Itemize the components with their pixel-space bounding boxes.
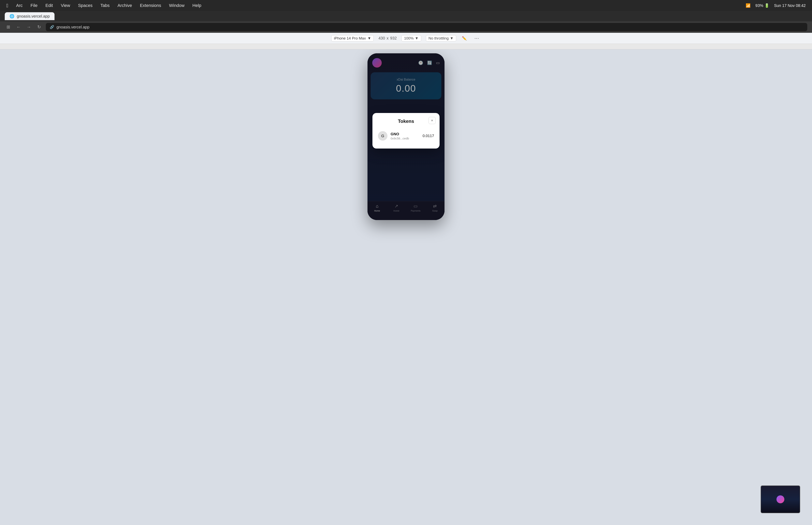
address-text: gnoasis.vercel.app [57, 25, 90, 29]
apple-menu[interactable]:  [6, 3, 8, 9]
reload-button[interactable]: ↻ [35, 24, 43, 31]
back-button[interactable]: ← [15, 24, 22, 31]
new-tab-button[interactable]: ⊞ [5, 24, 12, 31]
menu-spaces[interactable]: Spaces [78, 3, 92, 8]
wifi-icon: 📶 [746, 3, 751, 8]
device-name: iPhone 14 Pro Max [334, 36, 366, 41]
preview-thumbnail [761, 485, 800, 513]
throttle-value: No throttling [429, 36, 449, 41]
zoom-selector[interactable]: 100% ▼ [401, 35, 421, 42]
tabs-row: 🌐 gnoasis.vercel.app [0, 11, 812, 21]
ruler-row [0, 44, 812, 49]
menu-file[interactable]: File [31, 3, 37, 8]
address-bar[interactable]: 🔗 gnoasis.vercel.app [46, 23, 807, 31]
token-name: GNO [390, 132, 419, 136]
menu-tabs[interactable]: Tabs [101, 3, 110, 8]
menu-help[interactable]: Help [192, 3, 201, 8]
device-dropdown-icon: ▼ [367, 36, 371, 41]
lock-icon: 🔗 [50, 25, 54, 29]
menu-archive[interactable]: Archive [118, 3, 132, 8]
preview-inner [761, 486, 800, 513]
menu-view[interactable]: View [61, 3, 70, 8]
datetime: Sun 17 Nov 08:42 [774, 3, 806, 8]
responsive-bar: iPhone 14 Pro Max ▼ 430 x 932 100% ▼ No … [0, 33, 812, 44]
modal-close-button[interactable]: × [429, 117, 435, 124]
token-info: GNO 0x9c58...cedb [390, 132, 419, 140]
browser-controls: ⊞ ← → ↻ 🔗 gnoasis.vercel.app [0, 21, 812, 33]
x-label: x [387, 36, 389, 41]
browser-chrome: 🌐 gnoasis.vercel.app ⊞ ← → ↻ 🔗 gnoasis.v… [0, 11, 812, 33]
menu-arc[interactable]: Arc [16, 3, 23, 8]
tokens-modal: Tokens × G GNO 0x9c58...cedb [372, 113, 440, 149]
height-value: 932 [390, 36, 397, 41]
tab-title: gnoasis.vercel.app [17, 14, 50, 18]
token-balance: 0.0117 [423, 134, 434, 138]
menu-edit[interactable]: Edit [45, 3, 53, 8]
close-icon: × [431, 119, 433, 123]
token-icon-gno: G [378, 131, 387, 141]
width-value: 430 [378, 36, 385, 41]
throttle-selector[interactable]: No throttling ▼ [426, 35, 456, 42]
device-selector[interactable]: iPhone 14 Pro Max ▼ [331, 35, 373, 42]
edit-icon[interactable]: ✏️ [461, 35, 468, 42]
zoom-value: 100% [404, 36, 414, 41]
modal-overlay[interactable]: Tokens × G GNO 0x9c58...cedb [367, 53, 445, 220]
main-content: 🕐 🔄 ▭ xDai Balance 0.00 ⌂ Home [0, 49, 812, 525]
menubar-right: 📶 93% 🔋 Sun 17 Nov 08:42 [746, 3, 806, 8]
menubar:  Arc File Edit View Spaces Tabs Archive… [0, 0, 812, 11]
browser-window: 🌐 gnoasis.vercel.app ⊞ ← → ↻ 🔗 gnoasis.v… [0, 11, 812, 525]
menu-window[interactable]: Window [169, 3, 184, 8]
modal-title: Tokens [378, 119, 434, 124]
zoom-dropdown-icon: ▼ [415, 36, 419, 41]
battery-status: 93% 🔋 [755, 3, 769, 8]
preview-dot [777, 495, 784, 503]
dimensions-display: 430 x 932 [378, 36, 397, 41]
token-symbol-letter: G [381, 134, 384, 138]
active-tab[interactable]: 🌐 gnoasis.vercel.app [5, 12, 55, 20]
forward-button[interactable]: → [25, 24, 32, 31]
throttle-dropdown-icon: ▼ [450, 36, 454, 41]
token-address: 0x9c58...cedb [390, 137, 419, 140]
more-options-icon[interactable]: ⋯ [473, 35, 481, 42]
phone-app: 🕐 🔄 ▭ xDai Balance 0.00 ⌂ Home [367, 53, 445, 220]
phone-frame: 🕐 🔄 ▭ xDai Balance 0.00 ⌂ Home [367, 53, 445, 220]
token-item[interactable]: G GNO 0x9c58...cedb 0.0117 [378, 129, 434, 143]
tab-favicon: 🌐 [10, 14, 14, 18]
menu-extensions[interactable]: Extensions [140, 3, 161, 8]
